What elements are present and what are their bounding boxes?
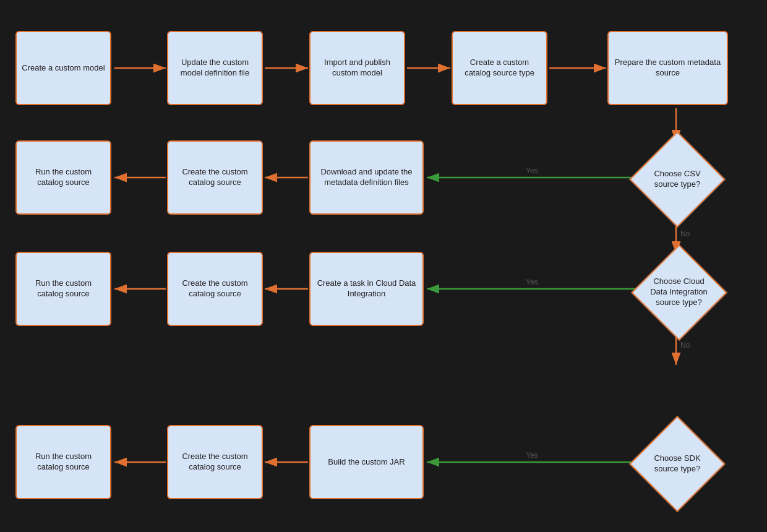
node-prepare-metadata: Prepare the custom metadata source [607,31,728,105]
svg-text:Yes: Yes [526,166,538,175]
node-create-custom-model: Create a custom model [15,31,111,105]
node-build-jar: Build the custom JAR [309,425,424,499]
diamond-cdi: Choose Cloud Data Integration source typ… [637,251,721,334]
svg-text:No: No [680,341,690,350]
node-update-model-def: Update the custom model definition file [167,31,263,105]
node-create-catalog-row3: Create the custom catalog source [167,252,263,326]
node-import-publish: Import and publish custom model [309,31,405,105]
svg-text:No: No [680,230,690,238]
node-create-catalog-row4: Create the custom catalog source [167,425,263,499]
node-run-catalog-row2: Run the custom catalog source [15,140,111,215]
node-run-catalog-row3: Run the custom catalog source [15,252,111,326]
diamond-sdk: Choose SDK source type? [637,424,718,504]
svg-text:Yes: Yes [526,451,538,460]
diamond-csv: Choose CSV source type? [637,139,718,220]
node-create-catalog-source-type: Create a custom catalog source type [452,31,547,105]
svg-text:Yes: Yes [526,278,538,286]
node-create-task-cdi: Create a task in Cloud Data Integration [309,252,424,326]
node-run-catalog-row4: Run the custom catalog source [15,425,111,499]
node-create-catalog-row2: Create the custom catalog source [167,140,263,215]
node-download-update: Download and update the metadata definit… [309,140,424,215]
